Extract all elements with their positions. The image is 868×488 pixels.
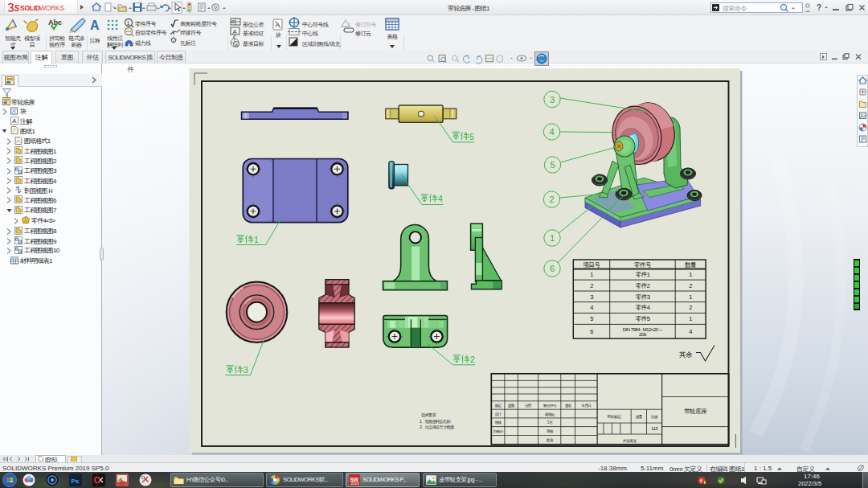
svg-text:4: 4 <box>590 304 593 311</box>
svg-text:其余: 其余 <box>679 351 693 359</box>
svg-text:1: 1 <box>550 233 555 243</box>
svg-text:审核: 审核 <box>547 429 554 433</box>
svg-text:设计: 设计 <box>495 412 502 416</box>
svg-text:1: 1 <box>689 271 692 278</box>
svg-text:零件5: 零件5 <box>636 315 650 322</box>
svg-text:2: 2 <box>689 282 692 289</box>
svg-text:4: 4 <box>689 328 692 335</box>
svg-text:校核: 校核 <box>495 420 502 424</box>
svg-text:2019: 2019 <box>351 482 360 486</box>
svg-text:20S: 20S <box>639 332 647 337</box>
svg-text:数量: 数量 <box>685 261 697 269</box>
svg-text:S: S <box>14 4 20 13</box>
svg-text:2: 2 <box>470 355 475 364</box>
svg-text:处数: 处数 <box>507 403 515 408</box>
svg-text:4: 4 <box>549 127 554 137</box>
svg-text:零件4: 零件4 <box>636 304 650 311</box>
svg-text:签名: 签名 <box>565 404 571 408</box>
svg-text:e: e <box>700 478 703 483</box>
svg-text:零件2: 零件2 <box>636 282 650 289</box>
svg-text:零件3: 零件3 <box>636 293 650 301</box>
svg-text:1: 1 <box>689 315 692 322</box>
svg-text:1: 1 <box>689 293 692 301</box>
svg-text:零件号: 零件号 <box>634 261 652 269</box>
svg-text:DIN 7984 - M12×20 ---: DIN 7984 - M12×20 --- <box>623 327 663 332</box>
svg-text:技术要求: 技术要求 <box>421 412 436 418</box>
svg-text:2: 2 <box>689 304 692 311</box>
svg-text:5: 5 <box>469 132 474 141</box>
svg-text:阶 段 标 记: 阶 段 标 记 <box>608 414 622 420</box>
svg-text:6: 6 <box>590 328 593 335</box>
svg-text:A: A <box>90 18 100 32</box>
svg-text:1: 1 <box>127 20 130 26</box>
svg-text:2: 2 <box>549 195 554 204</box>
svg-text:主管设计: 主管设计 <box>493 429 504 433</box>
svg-text:Abc: Abc <box>48 18 62 27</box>
svg-text:2: 2 <box>590 282 593 289</box>
svg-text:3: 3 <box>244 365 248 375</box>
svg-text:1: 1 <box>254 235 259 244</box>
svg-text:6: 6 <box>550 264 555 273</box>
svg-text:质量: 质量 <box>636 415 643 419</box>
svg-text:A: A <box>12 117 17 125</box>
svg-text:4: 4 <box>438 194 443 203</box>
svg-text:零件1: 零件1 <box>636 271 650 278</box>
svg-text:更改文件号: 更改文件号 <box>543 404 557 408</box>
svg-text:5: 5 <box>590 315 593 322</box>
svg-text:1:1.5: 1:1.5 <box>651 426 657 431</box>
svg-text:5: 5 <box>550 160 555 170</box>
svg-text:3: 3 <box>550 95 555 105</box>
svg-text:A: A <box>235 43 238 47</box>
svg-text:A: A <box>233 28 237 35</box>
svg-text:带轮底座: 带轮底座 <box>684 408 707 415</box>
svg-text:标记: 标记 <box>494 403 502 408</box>
svg-text:1: 1 <box>590 271 593 278</box>
svg-text:1: 1 <box>348 22 351 27</box>
svg-text:工艺: 工艺 <box>547 420 554 424</box>
svg-text:3: 3 <box>590 293 593 301</box>
svg-text:2、注意保证尺寸精度: 2、注意保证尺寸精度 <box>420 424 455 430</box>
svg-text:?: ? <box>817 3 821 12</box>
svg-text:SOLID: SOLID <box>20 4 40 12</box>
svg-text:项目号: 项目号 <box>583 261 601 269</box>
svg-text:WORKS: WORKS <box>39 4 65 12</box>
svg-text:1、锐角倒钝去毛刺: 1、锐角倒钝去毛刺 <box>420 419 451 424</box>
svg-text:Ps: Ps <box>72 478 80 485</box>
svg-text:分区: 分区 <box>524 404 532 408</box>
